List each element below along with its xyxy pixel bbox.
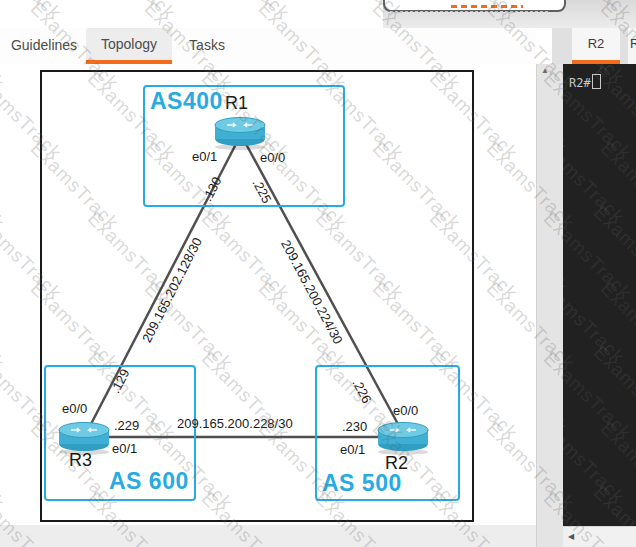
- router-r2-label: R2: [385, 453, 408, 474]
- r3-bottom-addr: .229: [114, 418, 139, 433]
- watermark-text: ExamsTrack: [563, 482, 572, 526]
- router-r1-icon: [213, 114, 267, 150]
- watermark-text: ExamsTrack: [563, 202, 572, 299]
- clipped-orange-text: [451, 5, 523, 8]
- scroll-up-icon[interactable]: ▲: [537, 64, 553, 78]
- left-tab-bar: Guidelines Topology Tasks: [0, 28, 536, 65]
- router-r3-label: R3: [69, 450, 92, 471]
- console-tab-r2[interactable]: R2: [572, 28, 620, 64]
- terminal-prompt-text: R2#: [569, 76, 591, 90]
- tab-guidelines[interactable]: Guidelines: [8, 28, 80, 64]
- watermark-text: ExamsTrack: [563, 132, 629, 229]
- console-terminal[interactable]: ExamsTrackExamsTrackExamsTrackExamsTrack…: [563, 64, 636, 526]
- subnet-bottom-label: 209.165.200.228/30: [177, 416, 293, 431]
- tab-topology[interactable]: Topology: [86, 28, 172, 64]
- router-r1-label: R1: [225, 93, 248, 114]
- popup-dashed-line: [390, 11, 548, 12]
- r3-e0-1-label: e0/1: [112, 441, 137, 456]
- watermark-text: ExamsTrack: [0, 0, 66, 24]
- r1-e0-0-label: e0/0: [260, 150, 285, 165]
- r2-e0-1-label: e0/1: [340, 442, 365, 457]
- console-tab-bar: R2 R: [552, 28, 636, 64]
- watermark-text: ExamsTrack: [83, 0, 180, 24]
- vertical-scrollbar[interactable]: ▲: [536, 64, 553, 547]
- terminal-prompt: R2#: [569, 74, 601, 90]
- topology-panel: AS400 AS 600 AS 500 R1 R3 R2 e0/1 e0/0 e…: [0, 64, 536, 525]
- as400-label: AS400: [150, 88, 223, 115]
- r2-e0-0-label: e0/0: [393, 403, 418, 418]
- r3-e0-0-label: e0/0: [62, 401, 87, 416]
- horizontal-scrollbar[interactable]: ◀: [563, 526, 636, 546]
- console-tab-partial[interactable]: R: [628, 28, 636, 64]
- panel-gutter: [552, 64, 563, 547]
- watermark-text: ExamsTrack: [589, 482, 636, 526]
- watermark-text: ExamsTrack: [589, 342, 636, 439]
- terminal-cursor: [592, 74, 601, 89]
- watermark-text: ExamsTrack: [563, 342, 572, 439]
- router-r2-icon: [376, 419, 430, 455]
- watermark-text: ExamsTrack: [589, 202, 636, 299]
- terminal-watermark-layer: ExamsTrackExamsTrackExamsTrackExamsTrack…: [563, 64, 636, 526]
- watermark-text: ExamsTrack: [197, 0, 294, 24]
- as500-label: AS 500: [322, 470, 402, 497]
- as600-label: AS 600: [109, 468, 189, 495]
- watermark-text: ExamsTrack: [563, 272, 629, 369]
- scroll-left-icon[interactable]: ◀: [568, 532, 574, 541]
- watermark-text: ExamsTrack: [563, 412, 629, 509]
- tab-tasks[interactable]: Tasks: [184, 28, 230, 64]
- r1-e0-1-label: e0/1: [192, 149, 217, 164]
- r2-bottom-addr: .230: [342, 419, 367, 434]
